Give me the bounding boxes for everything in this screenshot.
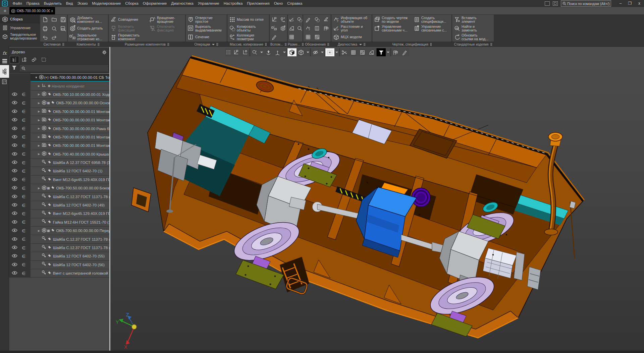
viewport-measure-icon[interactable] bbox=[367, 48, 376, 56]
tree-row-23[interactable]: ∈Шайба 12 ГОСТ 6402-70 (56) bbox=[9, 261, 109, 269]
aux-01-icon[interactable] bbox=[278, 15, 287, 24]
viewport-grid-icon[interactable] bbox=[349, 48, 358, 56]
ribbon-button-diag-2[interactable]: МЦХ модели bbox=[332, 33, 362, 41]
tree-row-22[interactable]: ∈Шайба 12 ГОСТ 6402-70 (55) bbox=[9, 252, 109, 260]
new-tab-button[interactable]: + bbox=[2, 7, 8, 14]
visibility-eye-icon[interactable] bbox=[12, 245, 17, 251]
ribbon-button-std-2[interactable]: Обновить ссылки на мод... bbox=[453, 33, 488, 41]
menu-9[interactable]: Диагностика bbox=[169, 0, 196, 7]
tree-row-19[interactable]: ∈▶▦ОКБ-700.60.00.00.00.00 Передн bbox=[9, 227, 109, 235]
sys-saveas-icon[interactable] bbox=[59, 24, 67, 33]
menu-5[interactable]: Эскиз bbox=[75, 0, 90, 7]
tree-composition-icon[interactable] bbox=[20, 56, 29, 63]
viewport-loads-icon[interactable] bbox=[391, 48, 400, 56]
ribbon-button-arr-0[interactable]: Массив по сетке bbox=[228, 15, 264, 24]
viewport-hide-objects-icon[interactable] bbox=[311, 48, 320, 56]
dims-00-icon[interactable] bbox=[287, 15, 296, 24]
new-window-icon[interactable] bbox=[545, 1, 550, 6]
tree-relations-icon[interactable] bbox=[30, 56, 38, 63]
ribbon-button-place2-1[interactable]: Отключить фиксацию bbox=[148, 24, 175, 33]
close-button[interactable]: x bbox=[635, 0, 644, 7]
visibility-eye-icon[interactable] bbox=[12, 253, 17, 259]
viewport-display-mode-dropdown[interactable] bbox=[306, 48, 310, 56]
tree-row-14[interactable]: ∈▶▦ОКБ-700.50.00.00.00.00 Бокова bbox=[9, 184, 109, 192]
tree-row-8[interactable]: ∈▶ОКБ-700.00.00.00.00.01 Монтажна bbox=[9, 133, 109, 141]
menu-12[interactable]: Приложения bbox=[245, 0, 272, 7]
ribbon-button-draw1-0[interactable]: Создать чертеж по модели bbox=[373, 15, 408, 24]
visibility-eye-icon[interactable] bbox=[12, 117, 17, 123]
sys-doc-icon[interactable] bbox=[41, 15, 49, 24]
tree-panel-icon[interactable] bbox=[0, 65, 9, 78]
aux-20-icon[interactable] bbox=[270, 33, 278, 41]
tree-row-24[interactable]: ∈Винт с шестигранной головкой bbox=[9, 269, 109, 278]
visibility-eye-icon[interactable] bbox=[12, 219, 17, 225]
dims-20-icon[interactable] bbox=[287, 33, 296, 41]
3d-viewport[interactable]: Y Z X bbox=[110, 47, 644, 351]
tree-row-7[interactable]: ∈▶ОКБ-700.30.00.00.00.00 Рама боко bbox=[9, 124, 109, 133]
viewport-show-all-icon[interactable] bbox=[325, 48, 334, 56]
menu-10[interactable]: Управление bbox=[196, 0, 221, 7]
tree-row-4[interactable]: ∈▶▦ОКБ-700.20.00.00.00.00 Основн bbox=[9, 99, 109, 107]
ribbon-button-place1-2[interactable]: Переместить компонент bbox=[109, 33, 140, 41]
visibility-eye-icon[interactable] bbox=[12, 126, 17, 132]
viewport-axes-dropdown[interactable] bbox=[282, 48, 287, 56]
visibility-eye-icon[interactable] bbox=[12, 160, 17, 166]
ribbon-tab-3[interactable]: Твердотельное моделирование bbox=[0, 32, 40, 41]
tree-marquee-icon[interactable] bbox=[39, 56, 48, 63]
tree-search-input[interactable] bbox=[19, 64, 109, 72]
ribbon-button-place1-1[interactable]: Включить фиксацию bbox=[109, 24, 135, 33]
viewport-filter-dropdown[interactable] bbox=[386, 48, 390, 56]
dims-01-icon[interactable] bbox=[295, 15, 304, 24]
ribbon-button-draw2-0[interactable]: Создать спецификаци... bbox=[413, 15, 446, 24]
viewport-local-cs-icon[interactable] bbox=[231, 48, 240, 56]
window-settings-icon[interactable] bbox=[553, 1, 558, 6]
tab-close-icon[interactable]: x bbox=[50, 9, 55, 13]
viewport-zoom-icon[interactable] bbox=[250, 48, 259, 56]
tree-row-6[interactable]: ∈▶ОКБ-700.00.00.00.00.01 Монтажна bbox=[9, 116, 109, 124]
visibility-eye-icon[interactable] bbox=[12, 236, 17, 242]
menu-11[interactable]: Настройка bbox=[221, 0, 245, 7]
ribbon-button-comp-0[interactable]: Добавить компонент из... bbox=[68, 15, 102, 24]
sys-undo-icon[interactable] bbox=[41, 34, 49, 42]
tree-row-5[interactable]: ∈▶ОКБ-700.00.00.00.00.01 Монтажна bbox=[9, 108, 109, 116]
notes-12-icon[interactable] bbox=[322, 24, 330, 33]
dims-11-icon[interactable] bbox=[295, 24, 304, 33]
tree-row-20[interactable]: ∈Шайба С.12.37 ГОСТ 11371-78 (7) bbox=[9, 235, 109, 243]
notes-02-icon[interactable] bbox=[322, 15, 330, 24]
viewport-filter-icon[interactable] bbox=[377, 48, 386, 56]
visibility-eye-icon[interactable] bbox=[12, 177, 17, 183]
aux-10-icon[interactable] bbox=[270, 24, 278, 33]
visibility-eye-icon[interactable] bbox=[12, 151, 17, 157]
viewport-display-mode-icon[interactable] bbox=[297, 48, 306, 56]
ribbon-button-std-0[interactable]: Вставить элемент bbox=[453, 15, 477, 24]
visibility-eye-icon[interactable] bbox=[12, 100, 17, 106]
tree-structure-view-icon[interactable] bbox=[10, 56, 19, 63]
ribbon-button-diag-0[interactable]: Информация об объекте bbox=[332, 15, 367, 24]
viewport-axes-icon[interactable] bbox=[273, 48, 282, 56]
viewport-style-icon[interactable] bbox=[400, 48, 409, 56]
visibility-eye-icon[interactable] bbox=[12, 134, 17, 140]
menu-7[interactable]: Сборка bbox=[123, 0, 141, 7]
ribbon-button-draw2-1[interactable]: Управление связанными с... bbox=[413, 24, 447, 33]
notes-00-icon[interactable] bbox=[304, 15, 312, 24]
minimize-button[interactable]: – bbox=[616, 0, 625, 7]
aux-11-icon[interactable] bbox=[278, 24, 287, 33]
ribbon-button-diag-1[interactable]: Расстояние и угол bbox=[332, 24, 363, 33]
tree-row-10[interactable]: ∈▶ОКБ-700.40.00.00.00.00 Крыша bbox=[9, 150, 109, 159]
menu-8[interactable]: Оформление bbox=[141, 0, 169, 7]
ribbon-tab-2[interactable]: Управление bbox=[0, 23, 40, 32]
tree-row-15[interactable]: ∈Шайба С.12.37 ГОСТ 11371-78 (1) bbox=[9, 192, 109, 201]
tree-row-11[interactable]: ∈Шайба А 12.37 ГОСТ 6958-78 (1) bbox=[9, 159, 109, 167]
sys-preview-icon[interactable] bbox=[50, 24, 58, 33]
ribbon-button-comp-2[interactable]: Зеркальное отражение ко... bbox=[68, 33, 102, 41]
layers-icon[interactable] bbox=[0, 57, 9, 65]
viewport-zoom-dropdown[interactable] bbox=[259, 48, 264, 56]
menu-4[interactable]: Вид bbox=[64, 0, 75, 7]
visibility-eye-icon[interactable] bbox=[12, 185, 17, 191]
ribbon-button-comp-1[interactable]: Создать деталь bbox=[68, 24, 103, 33]
sys-folder-icon[interactable] bbox=[50, 15, 58, 24]
restore-button[interactable]: ❐ bbox=[625, 0, 635, 7]
sys-print-icon[interactable] bbox=[41, 24, 49, 33]
ribbon-button-arr-1[interactable]: Копировать объекты bbox=[228, 24, 256, 33]
tree-row-18[interactable]: ∈Гайка М12-6Н ГОСТ 15521-70 (1) bbox=[9, 218, 109, 227]
